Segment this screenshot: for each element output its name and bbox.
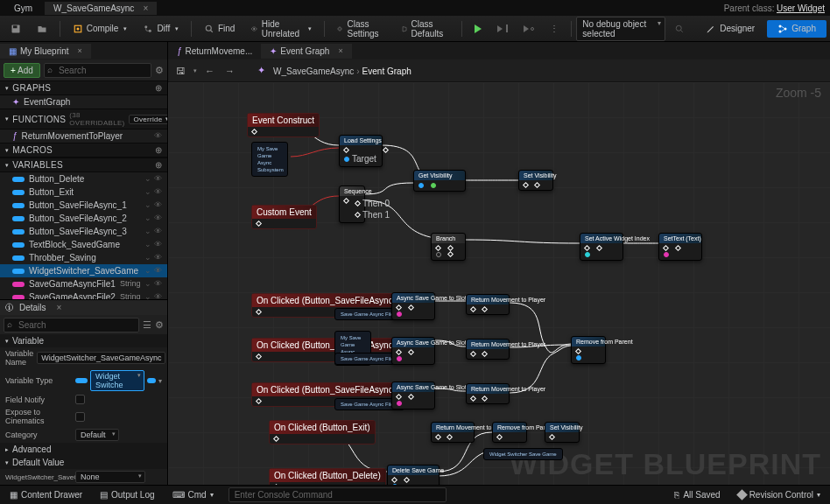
variable-item[interactable]: Throbber_Saving⌄ 👁 <box>0 251 167 264</box>
nav-fwd-icon[interactable]: → <box>222 63 237 79</box>
revision-control-button[interactable]: Revision Control▾ <box>734 488 825 501</box>
blueprint-search-input[interactable]: Search <box>44 63 151 78</box>
node-save2[interactable]: Async Save Game to Slot <box>391 337 435 365</box>
node-event-delete[interactable]: On Clicked (Button_Delete) <box>269 468 386 485</box>
close-icon[interactable]: × <box>338 46 342 55</box>
variable-item[interactable]: WidgetSwitcher_SaveGame⌄ 👁 <box>0 264 167 277</box>
node-returnmove[interactable]: Return Movement to Player <box>466 294 510 315</box>
node-var-ws[interactable]: Widget Switcher Save Game <box>483 448 563 460</box>
category-dropdown[interactable]: Default <box>75 429 119 441</box>
debug-object-dropdown[interactable]: No debug object selected <box>576 17 665 41</box>
advanced-section[interactable]: ▸Advanced <box>0 443 167 456</box>
node-branch[interactable]: Branch <box>431 233 466 261</box>
play-button[interactable] <box>468 22 489 36</box>
details-search-input[interactable]: Search <box>4 318 139 332</box>
field-notify-label: Field Notify <box>5 396 72 404</box>
node-save3[interactable]: Async Save Game to Slot <box>391 382 435 410</box>
find-button[interactable]: Find <box>197 21 242 37</box>
node-save1[interactable]: Async Save Game to Slot <box>391 292 435 320</box>
variable-item[interactable]: Button_Exit⌄ 👁 <box>0 186 167 199</box>
node-event-exit[interactable]: On Clicked (Button_Exit) <box>269 420 376 444</box>
console-input[interactable]: Enter Console Command <box>229 487 447 502</box>
nav-back-icon[interactable]: ← <box>202 63 217 79</box>
play-menu-button[interactable]: ⋮ <box>543 21 566 36</box>
add-graph-icon[interactable]: ⊕ <box>155 83 162 93</box>
cmd-button[interactable]: ⌨Cmd▾ <box>168 488 218 501</box>
settings-icon[interactable]: ⚙ <box>155 319 164 331</box>
all-saved-label[interactable]: ⎘All Saved <box>670 488 724 501</box>
debug-find-button[interactable] <box>667 21 692 37</box>
class-settings-button[interactable]: Class Settings <box>329 17 391 41</box>
field-notify-checkbox[interactable] <box>75 395 85 404</box>
default-value-section[interactable]: ▾Default Value <box>0 456 167 469</box>
add-button[interactable]: + Add <box>4 63 40 78</box>
node-remove-parent[interactable]: Remove from Parent <box>492 422 527 443</box>
step-button[interactable] <box>517 23 541 35</box>
node-event[interactable]: Custom Event <box>251 205 317 229</box>
variable-item[interactable]: Button_Delete⌄ 👁 <box>0 172 167 186</box>
node-sequence[interactable]: SequenceThen 0Then 1 <box>339 186 365 223</box>
node-returnmove[interactable]: Return Movement to Player <box>466 339 510 360</box>
graph-mode-button[interactable]: Graph <box>767 20 826 38</box>
close-icon[interactable]: × <box>57 303 62 312</box>
functions-section-header[interactable]: ▾FUNCTIONS(38 OVERRIDABLE)Override⊕ <box>0 108 167 130</box>
variable-section[interactable]: ▾Variable <box>0 334 167 347</box>
add-variable-icon[interactable]: ⊕ <box>155 160 162 170</box>
override-dropdown[interactable]: Override <box>129 115 168 124</box>
play-options-button[interactable] <box>490 22 515 35</box>
graph-save-icon[interactable]: 🖫 <box>173 63 188 79</box>
content-drawer-button[interactable]: ▦Content Drawer <box>5 488 87 501</box>
variable-item[interactable]: SaveGameAsyncFile1String⌄ 👁 <box>0 277 167 290</box>
diff-button[interactable]: Diff▾ <box>136 21 186 37</box>
node-function[interactable]: Load SettingsTarget <box>339 135 383 167</box>
settings-icon[interactable]: ⚙ <box>155 65 164 76</box>
compile-button[interactable]: Compile▾ <box>66 21 135 37</box>
expose-cinematics-label: Expose to Cinematics <box>5 408 72 425</box>
expose-cinematics-checkbox[interactable] <box>75 412 85 422</box>
variable-item[interactable]: SaveGameAsyncFile2String⌄ 👁 <box>0 290 167 299</box>
designer-mode-button[interactable]: Designer <box>695 20 765 38</box>
node-var-subsystem[interactable]: My Save Game Async Subsystem <box>251 142 288 177</box>
node-setvis[interactable]: Set Visibility <box>518 170 553 191</box>
function-tab[interactable]: ƒReturnMoveme... <box>168 44 261 59</box>
node-returnmove[interactable]: Return Movement to Player <box>466 383 510 404</box>
node-settext[interactable]: SetText (Text) <box>658 233 702 261</box>
node-delete-save[interactable]: Delete Save Game <box>387 465 440 485</box>
variable-item[interactable]: Button_SaveFileAsync_3⌄ 👁 <box>0 225 167 238</box>
browse-button[interactable] <box>30 21 54 37</box>
node-setvis[interactable]: Set Visibility <box>545 422 580 443</box>
close-icon[interactable]: × <box>78 46 82 55</box>
filter-icon[interactable]: ☰ <box>143 319 151 331</box>
my-blueprint-tab[interactable]: ▦My Blueprint× <box>0 44 91 59</box>
add-macro-icon[interactable]: ⊕ <box>155 145 162 155</box>
graph-canvas[interactable]: Zoom -5 WIDGET BLUEPRINT <box>168 82 830 485</box>
variable-item[interactable]: Button_SaveFileAsync_2⌄ 👁 <box>0 212 167 225</box>
node-event-construct[interactable]: Event Construct <box>247 113 320 137</box>
graph-item[interactable]: ✦EventGraph <box>0 95 167 108</box>
class-defaults-button[interactable]: Class Defaults <box>394 17 456 41</box>
function-item[interactable]: ƒReturnMovementToPlayer👁 <box>0 130 167 143</box>
node-remove-parent[interactable]: Remove from Parent <box>571 336 606 364</box>
title-bar: Gym W_SaveGameAsync× Parent class: User … <box>0 0 830 16</box>
variable-name-input[interactable]: WidgetSwitcher_SaveGameAsync <box>37 352 165 364</box>
my-blueprint-panel: + Add Search ⚙ ▾GRAPHS⊕ ✦EventGraph ▾FUN… <box>0 60 168 485</box>
svg-point-5 <box>149 29 151 32</box>
variables-section-header[interactable]: ▾VARIABLES⊕ <box>0 158 167 172</box>
breadcrumb[interactable]: W_SaveGameAsync›Event Graph <box>273 65 411 77</box>
node-returnmove[interactable]: Return Movement to Player <box>431 422 475 443</box>
parent-class-link[interactable]: User Widget <box>777 4 825 13</box>
node-setindex[interactable]: Set Active Widget Index <box>580 233 623 261</box>
output-log-button[interactable]: ▤Output Log <box>95 488 158 501</box>
variable-type-dropdown[interactable]: Widget Switche <box>90 370 144 391</box>
asset-tab[interactable]: W_SaveGameAsync× <box>45 2 157 15</box>
macros-section-header[interactable]: ▾MACROS⊕ <box>0 143 167 158</box>
hide-unrelated-button[interactable]: Hide Unrelated▾ <box>243 17 318 41</box>
graphs-section-header[interactable]: ▾GRAPHS⊕ <box>0 80 167 95</box>
variable-item[interactable]: TextBlock_SavedGame⌄ 👁 <box>0 238 167 251</box>
save-button[interactable] <box>4 21 28 37</box>
node-getvis[interactable]: Get Visibility <box>413 170 466 192</box>
event-graph-tab[interactable]: ✦Event Graph× <box>261 44 351 59</box>
variable-item[interactable]: Button_SaveFileAsync_1⌄ 👁 <box>0 199 167 212</box>
level-tab[interactable]: Gym <box>5 2 41 15</box>
default-value-dropdown[interactable]: None <box>75 471 145 483</box>
